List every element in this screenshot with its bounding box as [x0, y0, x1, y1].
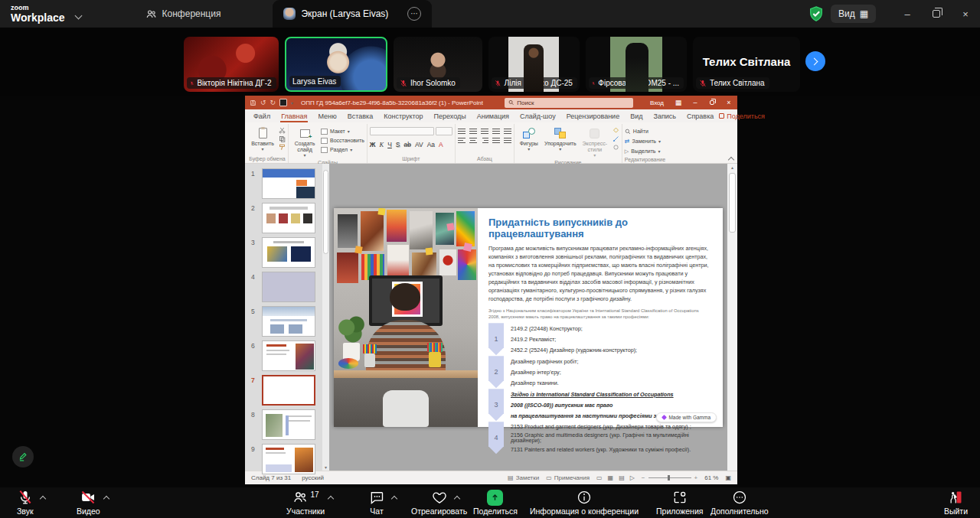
- underline-button[interactable]: Ч: [387, 141, 392, 148]
- shape-effects-icon[interactable]: [612, 144, 619, 151]
- comments-toggle[interactable]: ▭Примечания: [546, 474, 590, 481]
- search-input[interactable]: [517, 99, 629, 106]
- zoom-out-icon[interactable]: −: [642, 474, 645, 481]
- tab-animations[interactable]: Анимация: [472, 109, 514, 122]
- ppt-share-button[interactable]: Поделиться: [719, 112, 771, 120]
- select-button[interactable]: ▷ Выделить ▾: [625, 147, 661, 155]
- strikethrough-button[interactable]: ab: [404, 141, 411, 148]
- participant-tile-telykh[interactable]: Телих Світлана Телих Світлана: [693, 37, 800, 92]
- columns-icon[interactable]: [504, 137, 511, 144]
- chat-button[interactable]: Чат: [369, 489, 384, 516]
- audio-options-chevron[interactable]: [40, 496, 46, 502]
- view-button[interactable]: Вид ▦: [831, 5, 876, 23]
- tab-transitions[interactable]: Переходы: [429, 109, 472, 122]
- minimize-button[interactable]: –: [893, 0, 922, 28]
- numbering-icon[interactable]: [469, 128, 477, 135]
- slide-thumbnail-9[interactable]: [262, 444, 315, 474]
- zoom-track[interactable]: [648, 477, 691, 478]
- view-reading-button[interactable]: ▤: [619, 474, 625, 481]
- undo-icon[interactable]: ↺: [260, 99, 266, 106]
- slide-thumbnail-3[interactable]: [262, 237, 315, 268]
- slide-thumbnail-2[interactable]: [262, 203, 315, 233]
- section-button[interactable]: Раздел▾: [321, 145, 364, 154]
- align-center-icon[interactable]: [469, 137, 477, 144]
- bullets-icon[interactable]: [458, 128, 466, 135]
- fit-to-window-icon[interactable]: ▣: [725, 474, 731, 481]
- tab-options-icon[interactable]: ⋯: [407, 7, 421, 21]
- shape-fill-icon[interactable]: [612, 127, 619, 134]
- scrollbar-thumb[interactable]: [729, 173, 736, 233]
- notes-toggle[interactable]: ▤Заметки: [508, 474, 539, 481]
- redo-icon[interactable]: ↻: [270, 99, 276, 106]
- meeting-info-button[interactable]: Информация о конференции: [530, 489, 639, 516]
- slide-thumbnail-5[interactable]: [262, 306, 315, 337]
- slide-thumbnail-1[interactable]: [262, 168, 315, 199]
- thumbnail-scrollbar[interactable]: ▾: [322, 164, 329, 471]
- slide-text-area[interactable]: Придатність випускників до працевлаштува…: [478, 208, 723, 427]
- ribbon-display-options-icon[interactable]: ▦: [670, 96, 687, 109]
- leave-button[interactable]: Выйти: [944, 489, 968, 516]
- current-slide[interactable]: Придатність випускників до працевлаштува…: [334, 208, 723, 427]
- scroll-up-icon[interactable]: ▴: [727, 165, 737, 170]
- italic-button[interactable]: К: [380, 141, 384, 148]
- participant-tile-larysa-active-speaker[interactable]: Larysa Eivas: [285, 37, 387, 92]
- security-shield-icon[interactable]: [808, 5, 825, 22]
- font-name-select[interactable]: [370, 127, 434, 135]
- scrollbar-thumb[interactable]: [323, 170, 328, 254]
- next-participants-button[interactable]: [805, 51, 825, 71]
- participants-button[interactable]: 17 Участники: [286, 489, 325, 516]
- tab-design[interactable]: Конструктор: [378, 109, 428, 122]
- ppt-close-button[interactable]: ×: [720, 96, 737, 109]
- made-with-gamma-badge[interactable]: Made with Gamma: [656, 412, 717, 422]
- slide-thumbnail-7-selected[interactable]: [262, 375, 315, 406]
- reset-button[interactable]: Восстановить: [321, 136, 364, 145]
- change-case-button[interactable]: Aa: [427, 141, 435, 148]
- indent-increase-icon[interactable]: [492, 128, 500, 135]
- ppt-search-box[interactable]: [505, 98, 633, 108]
- paste-button[interactable]: Вставить ▾: [249, 125, 276, 152]
- zoom-in-icon[interactable]: +: [694, 474, 698, 481]
- participant-tile-firsova[interactable]: Фірсова Ліза ОМ25 - ...: [586, 37, 687, 92]
- video-options-chevron[interactable]: [103, 496, 109, 502]
- zoom-percentage[interactable]: 61 %: [704, 474, 718, 481]
- zoom-thumb[interactable]: [668, 475, 670, 481]
- shape-outline-icon[interactable]: [612, 135, 619, 142]
- character-spacing-button[interactable]: AV: [415, 141, 423, 148]
- restore-button[interactable]: [922, 0, 951, 28]
- tab-help[interactable]: Справка: [681, 109, 719, 122]
- video-button[interactable]: Видео: [77, 489, 100, 516]
- tab-review[interactable]: Рецензирование: [561, 109, 626, 122]
- align-left-icon[interactable]: [458, 137, 466, 144]
- share-screen-button[interactable]: Поделиться: [473, 489, 518, 516]
- indent-decrease-icon[interactable]: [481, 128, 488, 135]
- copy-icon[interactable]: [279, 135, 286, 142]
- bold-button[interactable]: Ж: [370, 141, 376, 148]
- slideshow-icon[interactable]: [279, 99, 287, 106]
- close-button[interactable]: ×: [951, 0, 980, 28]
- cut-icon[interactable]: [279, 127, 286, 134]
- scroll-down-icon[interactable]: ▾: [322, 464, 329, 470]
- zoom-slider[interactable]: − +: [642, 474, 697, 481]
- chat-options-chevron[interactable]: [391, 496, 397, 502]
- quick-styles-button[interactable]: Экспресс-стили ▾: [580, 125, 610, 158]
- slide-thumbnail-6[interactable]: [262, 340, 315, 371]
- participant-tile-viktoriia[interactable]: Вікторія Нікітіна ДГ-2: [184, 37, 279, 92]
- new-slide-button[interactable]: Создать слайд ▾: [291, 125, 318, 158]
- qat-customize-icon[interactable]: ▾: [291, 100, 293, 106]
- align-right-icon[interactable]: [481, 137, 488, 144]
- format-painter-icon[interactable]: [279, 144, 286, 151]
- tab-home[interactable]: Главная: [276, 109, 312, 122]
- tab-screen-share[interactable]: Экран (Larysa Eivas) ⋯: [273, 0, 432, 28]
- participants-options-chevron[interactable]: [327, 496, 333, 502]
- apps-button[interactable]: Приложения: [656, 489, 703, 516]
- tab-file[interactable]: Файл: [248, 109, 276, 122]
- find-button[interactable]: Найти: [625, 127, 661, 135]
- shapes-button[interactable]: Фигуры ▾: [517, 125, 541, 152]
- canvas-scrollbar[interactable]: ▴: [727, 164, 737, 471]
- chevron-down-icon[interactable]: [74, 11, 82, 19]
- save-icon[interactable]: [250, 99, 256, 106]
- view-normal-button[interactable]: ▭: [596, 474, 603, 481]
- annotation-pencil-button[interactable]: [12, 446, 34, 468]
- slide-thumbnail-8[interactable]: [262, 409, 315, 440]
- justify-icon[interactable]: [492, 137, 500, 144]
